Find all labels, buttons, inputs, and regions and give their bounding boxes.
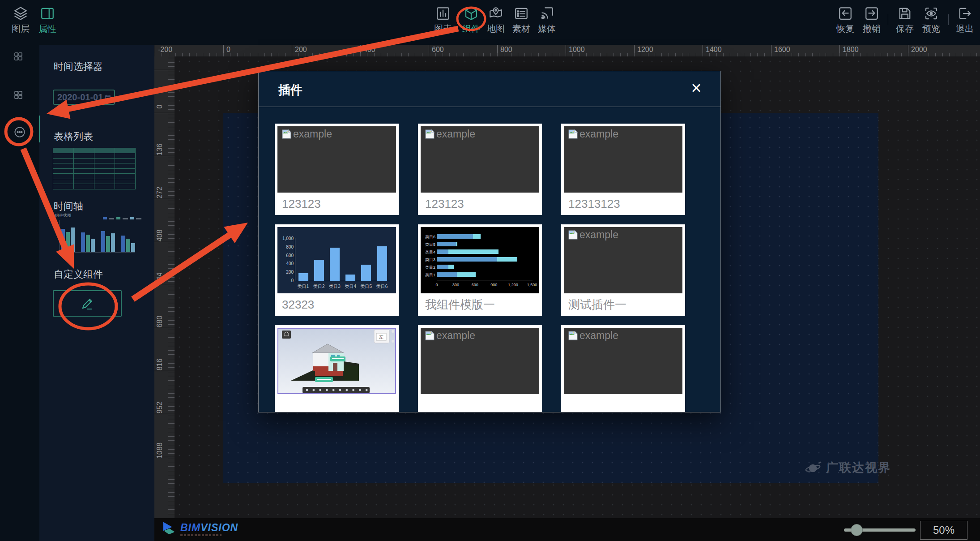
ruler-minor-tick [367, 53, 367, 56]
rail-widgets-grid-icon[interactable] [13, 90, 24, 102]
ruler-minor-tick [168, 324, 175, 325]
ruler-minor-tick [354, 53, 354, 56]
ruler-minor-tick [168, 496, 175, 497]
ruler-minor-tick [757, 53, 758, 56]
plugin-card[interactable]: 左 [275, 325, 399, 412]
plugin-card[interactable]: example测试插件一 [561, 224, 685, 316]
ruler-minor-tick [395, 53, 395, 56]
ruler-minor-tick [168, 410, 175, 411]
ruler-minor-tick [168, 436, 175, 437]
chart-y-category-label: 类目5 [422, 242, 435, 248]
ruler-minor-tick [168, 213, 175, 213]
ruler-minor-tick [168, 264, 175, 265]
ruler-minor-tick [168, 131, 175, 131]
widgets-grid-icon [13, 90, 24, 100]
ruler-minor-tick [607, 53, 607, 56]
broken-image-alt-text: example [436, 128, 475, 140]
ruler-minor-tick [716, 53, 717, 56]
broken-image-placeholder: example [281, 128, 332, 140]
table-cell [115, 184, 136, 189]
modal-close-icon[interactable]: × [687, 77, 705, 98]
ruler-minor-tick [168, 346, 175, 346]
ruler-minor-tick [298, 53, 299, 56]
rail-widgets-grid-icon[interactable] [13, 51, 24, 64]
chart-x-tick-label: 类目5 [358, 283, 374, 290]
ruler-minor-tick [168, 393, 175, 394]
ruler-minor-tick [545, 53, 545, 56]
table-cell [73, 184, 94, 189]
ruler-minor-tick [168, 161, 175, 161]
chart-x-tick-label: 类目3 [327, 283, 342, 290]
toolbar-item-撤销[interactable]: 撤销 [853, 5, 891, 35]
ruler-minor-tick [168, 359, 175, 359]
app-window: 图层属性图表组件地图素材媒体恢复撤销保存预览退出 时间选择器 2020-01-0… [0, 0, 980, 541]
chart-x-tick-label: 类目2 [311, 283, 327, 290]
plugin-card[interactable]: 1,0008006004002000类目1类目2类目3类目4类目5类目63232… [275, 224, 399, 316]
date-picker-input[interactable]: 2020-01-01 [53, 90, 115, 105]
table-thumbnail[interactable] [53, 148, 135, 189]
ruler-minor-tick [168, 200, 175, 200]
chart-y-tick-label: 800 [278, 245, 294, 249]
ruler-minor-tick [422, 53, 422, 56]
plugin-card[interactable]: example123123 [418, 124, 542, 215]
ruler-minor-tick [168, 122, 175, 123]
media-rss-icon [539, 5, 555, 21]
ruler-minor-tick [168, 71, 175, 71]
ruler-minor-tick [963, 53, 963, 56]
ruler-minor-tick [209, 53, 210, 56]
3d-viewer-thumbnail: 左 [277, 328, 396, 394]
legend-item [116, 213, 128, 221]
chart-bar [314, 260, 324, 281]
broken-image-icon [281, 129, 292, 140]
chart-y-tick-label: 1,000 [278, 236, 294, 241]
plugin-card[interactable]: 类目6类目5类目4类目3类目2类目103006009001,2001,500我组… [418, 224, 542, 316]
plugin-card[interactable]: example [418, 325, 542, 412]
chart-bar-segment [456, 242, 458, 246]
broken-image-icon [567, 330, 579, 341]
ruler-minor-tick [168, 204, 175, 204]
ruler-minor-tick [750, 53, 751, 56]
ruler-minor-tick [860, 53, 861, 56]
ruler-minor-tick [168, 329, 175, 329]
ruler-minor-tick [620, 53, 621, 56]
ruler-minor-tick [723, 53, 724, 56]
zoom-percent-value: 50% [920, 521, 967, 540]
chart-y-tick-label: 600 [278, 253, 294, 258]
plugin-card[interactable]: example [561, 325, 685, 412]
ruler-minor-tick [168, 462, 175, 462]
ruler-minor-tick [524, 53, 525, 56]
chart-y-tick-label: 200 [278, 270, 294, 275]
zoom-slider-thumb[interactable] [851, 524, 863, 536]
ruler-minor-tick [483, 53, 484, 56]
ruler-minor-tick [435, 53, 436, 56]
ruler-minor-tick [168, 268, 175, 269]
ruler-tick-label: 400 [363, 46, 375, 54]
mini-chart-bar [126, 239, 130, 252]
ruler-minor-tick [168, 174, 175, 174]
chart-y-axis [295, 238, 295, 281]
rail-more-circle-icon[interactable] [13, 125, 26, 141]
ruler-minor-tick [559, 53, 559, 56]
ruler-minor-tick [744, 53, 744, 56]
ruler-minor-tick [203, 53, 203, 56]
plugin-card[interactable]: example12313123 [561, 124, 685, 215]
toolbar-item-属性[interactable]: 属性 [29, 5, 66, 35]
custom-component-create-button[interactable] [53, 290, 122, 317]
ruler-minor-tick [168, 380, 175, 381]
toolbar-item-媒体[interactable]: 媒体 [528, 5, 566, 35]
broken-image-placeholder: example [424, 128, 475, 140]
ruler-minor-tick [168, 406, 175, 407]
timeline-chart-thumbnail[interactable]: 分组柱状图 [50, 213, 141, 258]
plugin-card[interactable]: example123123 [275, 124, 399, 215]
toolbar-item-预览[interactable]: 预览 [912, 5, 950, 35]
ruler-minor-tick [819, 53, 819, 56]
toolbar-item-退出[interactable]: 退出 [946, 5, 980, 35]
ruler-minor-tick [168, 337, 175, 338]
chart-y-tick-label: 0 [278, 278, 294, 283]
plugin-card-preview: example [564, 227, 682, 293]
ruler-minor-tick [168, 479, 175, 480]
ruler-minor-tick [237, 53, 238, 56]
ruler-minor-tick [401, 53, 402, 56]
plugin-card-preview: example [421, 126, 539, 193]
ruler-minor-tick [168, 260, 175, 260]
